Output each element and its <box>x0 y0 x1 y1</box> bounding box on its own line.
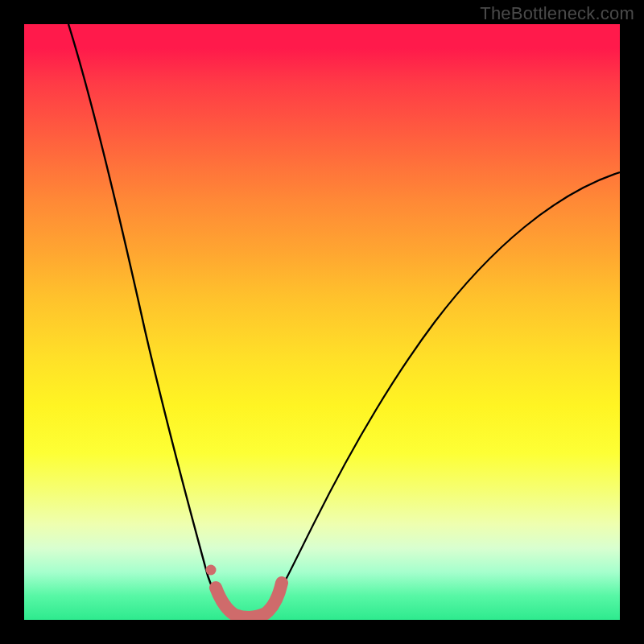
watermark-text: TheBottleneck.com <box>480 3 634 24</box>
plot-area <box>24 24 620 620</box>
right-curve <box>266 172 620 615</box>
left-curve <box>68 24 229 615</box>
curve-layer <box>24 24 620 620</box>
valley-dot <box>206 565 217 576</box>
valley-marker <box>216 583 282 617</box>
chart-frame: TheBottleneck.com <box>0 0 644 644</box>
